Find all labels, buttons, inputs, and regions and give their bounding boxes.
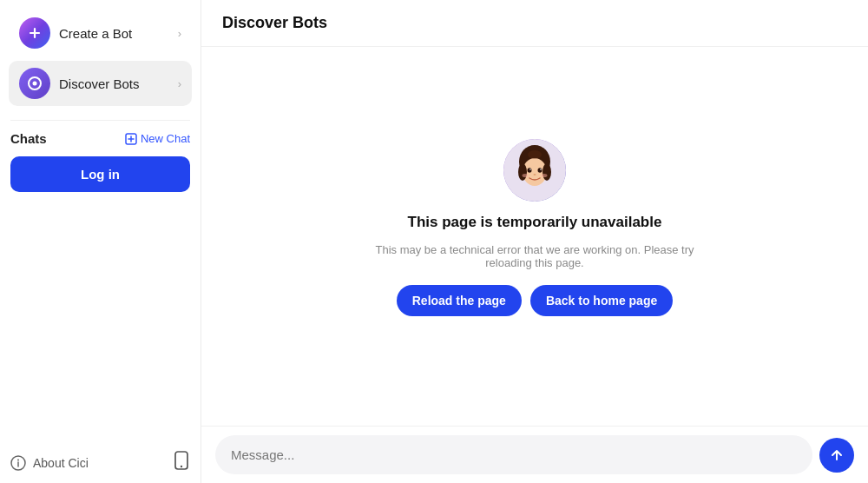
svg-point-4 xyxy=(33,82,37,86)
svg-point-23 xyxy=(523,174,529,177)
create-bot-icon xyxy=(19,17,50,49)
error-title: This page is temporarily unavailable xyxy=(408,214,662,231)
svg-point-18 xyxy=(528,168,532,173)
svg-point-17 xyxy=(542,163,551,181)
main-content: This page is temporarily unavailable Thi… xyxy=(201,47,868,426)
create-bot-label: Create a Bot xyxy=(59,26,132,41)
sidebar-item-create-bot[interactable]: Create a Bot › xyxy=(9,10,192,56)
svg-point-10 xyxy=(17,459,19,460)
reload-button[interactable]: Reload the page xyxy=(397,285,522,316)
about-cici-button[interactable]: About Cici xyxy=(10,455,89,471)
sidebar-top: Create a Bot › Discover Bots › xyxy=(0,0,201,116)
new-chat-icon xyxy=(125,133,137,145)
svg-point-16 xyxy=(518,163,527,181)
main-footer xyxy=(201,426,868,483)
main-header: Discover Bots xyxy=(201,0,868,47)
svg-point-22 xyxy=(534,174,536,175)
send-button[interactable] xyxy=(819,438,854,473)
home-button[interactable]: Back to home page xyxy=(530,285,673,316)
send-icon xyxy=(829,447,845,463)
about-label: About Cici xyxy=(33,456,89,470)
sidebar: Create a Bot › Discover Bots › Chats New… xyxy=(0,0,201,483)
info-icon xyxy=(10,455,26,471)
error-subtitle: This may be a technical error that we ar… xyxy=(370,243,700,269)
svg-point-12 xyxy=(181,466,182,467)
chats-section-header: Chats New Chat xyxy=(0,124,201,149)
message-input[interactable] xyxy=(215,435,812,474)
chats-label: Chats xyxy=(10,131,47,146)
new-chat-button[interactable]: New Chat xyxy=(125,132,190,145)
svg-point-24 xyxy=(542,174,548,177)
discover-bots-icon xyxy=(19,68,50,99)
sidebar-bottom: About Cici xyxy=(0,442,201,483)
svg-point-25 xyxy=(528,150,542,159)
new-chat-label: New Chat xyxy=(141,132,190,145)
sidebar-item-discover-bots[interactable]: Discover Bots › xyxy=(9,61,192,106)
sidebar-divider xyxy=(10,120,190,121)
avatar-illustration xyxy=(503,139,566,202)
create-bot-chevron-icon: › xyxy=(178,27,181,40)
login-button[interactable]: Log in xyxy=(10,156,190,192)
error-actions: Reload the page Back to home page xyxy=(397,285,674,316)
discover-bots-label: Discover Bots xyxy=(59,76,140,91)
error-avatar xyxy=(503,139,566,202)
mobile-icon[interactable] xyxy=(173,451,190,474)
discover-bots-chevron-icon: › xyxy=(178,77,181,90)
page-title: Discover Bots xyxy=(222,14,327,31)
svg-point-21 xyxy=(540,169,542,170)
main-panel: Discover Bots xyxy=(201,0,868,483)
svg-point-19 xyxy=(538,168,542,173)
svg-point-20 xyxy=(529,169,531,170)
